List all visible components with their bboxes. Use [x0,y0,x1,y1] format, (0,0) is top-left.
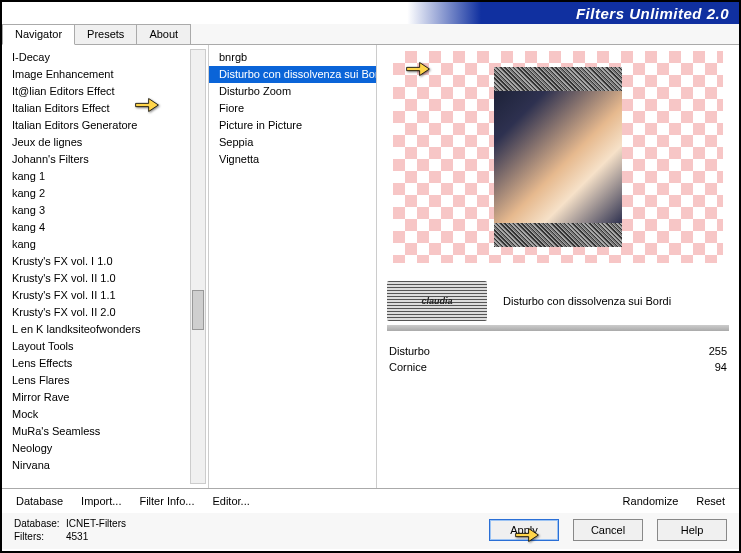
editor-button[interactable]: Editor... [212,495,249,507]
current-filter-title: Disturbo con dissolvenza sui Bordi [495,295,729,307]
tab-presets[interactable]: Presets [74,24,137,44]
list-item[interactable]: It@lian Editors Effect [2,83,208,100]
parameter-row[interactable]: Disturbo255 [387,343,729,359]
list-item[interactable]: Seppia [209,134,376,151]
list-item[interactable]: Disturbo Zoom [209,83,376,100]
list-item[interactable]: kang 1 [2,168,208,185]
tab-strip: Navigator Presets About [2,24,739,45]
help-button[interactable]: Help [657,519,727,541]
filter-title-row: claudia Disturbo con dissolvenza sui Bor… [387,281,729,321]
tab-about[interactable]: About [136,24,191,44]
list-item[interactable]: Italian Editors Generatore [2,117,208,134]
app-title: Filters Unlimited 2.0 [576,5,729,22]
list-item[interactable]: Nirvana [2,457,208,474]
list-item[interactable]: L en K landksiteofwonders [2,321,208,338]
toolbar: Database Import... Filter Info... Editor… [2,488,739,513]
list-item[interactable]: kang 3 [2,202,208,219]
import-button[interactable]: Import... [81,495,121,507]
reset-button[interactable]: Reset [696,495,725,507]
meta-filters-label: Filters: [14,530,66,543]
list-item[interactable]: Layout Tools [2,338,208,355]
watermark-label: claudia [421,296,452,306]
preview-settings-panel: claudia Disturbo con dissolvenza sui Bor… [377,45,739,488]
meta-filters-value: 4531 [66,531,88,542]
list-item[interactable]: Lens Flares [2,372,208,389]
titlebar: Filters Unlimited 2.0 [2,2,739,24]
preview-area [393,51,723,263]
list-item[interactable]: Vignetta [209,151,376,168]
list-item[interactable]: I-Decay [2,49,208,66]
list-item[interactable]: MuRa's Seamless [2,423,208,440]
list-item[interactable]: Disturbo con dissolvenza sui Bordi [209,66,376,83]
meta-db-value: ICNET-Filters [66,518,126,529]
preview-image [494,67,622,247]
list-item[interactable]: Jeux de lignes [2,134,208,151]
author-watermark: claudia [387,281,487,321]
meta-info: Database:ICNET-Filters Filters:4531 [14,517,126,543]
list-item[interactable]: Krusty's FX vol. II 1.0 [2,270,208,287]
list-item[interactable]: Krusty's FX vol. II 1.1 [2,287,208,304]
list-item[interactable]: Fiore [209,100,376,117]
scrollbar[interactable] [190,49,206,484]
param-name: Cornice [389,361,427,373]
list-item[interactable]: Mock [2,406,208,423]
list-item[interactable]: Johann's Filters [2,151,208,168]
cancel-button[interactable]: Cancel [573,519,643,541]
list-item[interactable]: bnrgb [209,49,376,66]
tab-navigator[interactable]: Navigator [2,24,75,45]
separator [387,325,729,331]
param-value: 94 [715,361,727,373]
database-button[interactable]: Database [16,495,63,507]
main-panel: I-DecayImage EnhancementIt@lian Editors … [2,45,739,488]
list-item[interactable]: kang 4 [2,219,208,236]
list-item[interactable]: Picture in Picture [209,117,376,134]
category-list[interactable]: I-DecayImage EnhancementIt@lian Editors … [2,45,209,488]
list-item[interactable]: Krusty's FX vol. II 2.0 [2,304,208,321]
param-value: 255 [709,345,727,357]
filter-info-button[interactable]: Filter Info... [139,495,194,507]
list-item[interactable]: Lens Effects [2,355,208,372]
apply-button[interactable]: Apply [489,519,559,541]
list-item[interactable]: kang 2 [2,185,208,202]
list-item[interactable]: Italian Editors Effect [2,100,208,117]
filter-list[interactable]: bnrgbDisturbo con dissolvenza sui BordiD… [209,45,377,488]
scroll-thumb[interactable] [192,290,204,330]
footer: Database:ICNET-Filters Filters:4531 Appl… [2,513,739,549]
list-item[interactable]: Mirror Rave [2,389,208,406]
list-item[interactable]: Krusty's FX vol. I 1.0 [2,253,208,270]
meta-db-label: Database: [14,517,66,530]
preview-gradient [494,91,622,223]
parameter-row[interactable]: Cornice94 [387,359,729,375]
parameter-list: Disturbo255Cornice94 [387,343,729,375]
list-item[interactable]: Neology [2,440,208,457]
randomize-button[interactable]: Randomize [623,495,679,507]
list-item[interactable]: kang [2,236,208,253]
preview-noise-bottom [494,223,622,247]
param-name: Disturbo [389,345,430,357]
list-item[interactable]: Image Enhancement [2,66,208,83]
preview-noise-top [494,67,622,91]
